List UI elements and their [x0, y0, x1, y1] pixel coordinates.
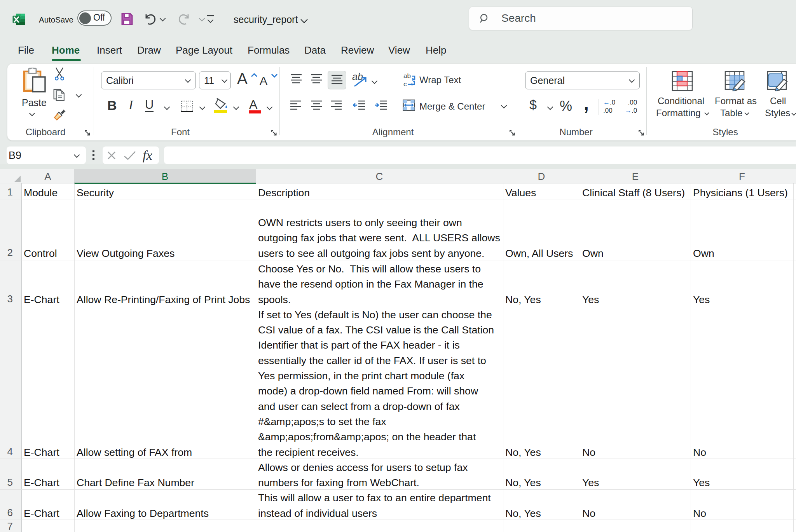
svg-text:ab: ab [403, 72, 411, 80]
svg-text:c: c [403, 80, 407, 88]
